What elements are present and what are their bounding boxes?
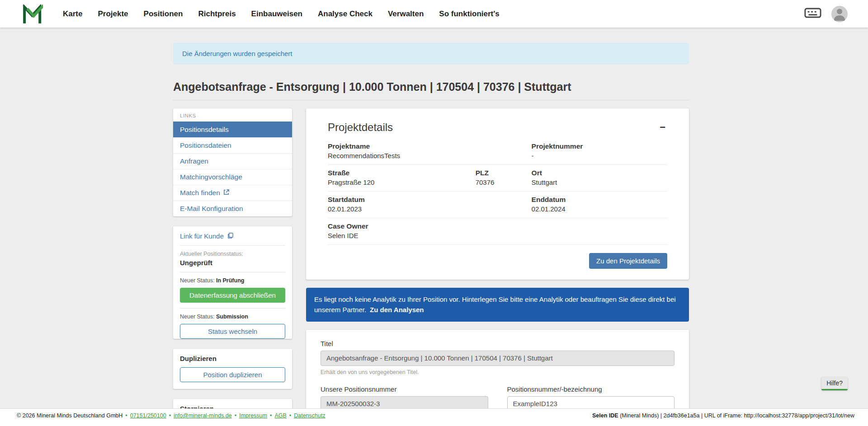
city-value: Stuttgart [532, 178, 667, 186]
duplicate-title: Duplizieren [180, 355, 285, 362]
sidebar-item-positionsdateien[interactable]: Positionsdateien [173, 137, 292, 153]
footer-separator: • [125, 412, 127, 419]
start-date-label: Startdatum [328, 196, 532, 204]
current-status-value: Ungeprüft [180, 259, 285, 272]
divider [180, 308, 285, 309]
session-user: Selen IDE [592, 412, 618, 419]
nav-item-projekte[interactable]: Projekte [98, 9, 128, 19]
nav-item-richtpreis[interactable]: Richtpreis [198, 9, 236, 19]
case-owner-label: Case Owner [328, 222, 667, 230]
position-number-label: Positionsnummer/-bezeichnung [507, 385, 675, 393]
footer-link-impressum[interactable]: Impressum [239, 412, 267, 419]
sidebar-item-label: Anfragen [180, 157, 208, 165]
end-date-value: 02.01.2024 [532, 205, 667, 213]
position-number-field: Positionsnummer/-bezeichnung Z.B. Intern… [507, 385, 675, 409]
main-navigation: Karte Projekte Positionen Richtpreis Ein… [63, 9, 500, 19]
analytics-info-banner: Es liegt noch keine Analytik zu Ihrer Po… [306, 288, 689, 322]
keyboard-icon[interactable] [804, 7, 821, 20]
our-position-number-label: Unsere Positionsnummer [321, 385, 488, 393]
left-sidebar: LINKS Positionsdetails Positionsdateien … [173, 108, 292, 408]
nav-item-karte[interactable]: Karte [63, 9, 82, 19]
save-success-alert: Die Änderungen wurden gespeichert [173, 43, 689, 64]
go-to-project-details-button[interactable]: Zu den Projektdetails [589, 253, 667, 269]
case-owner-value: Selen IDE [328, 232, 667, 239]
new-status-row-2: Neuer Status: Submission [180, 314, 285, 320]
cancel-title: Stornieren [180, 405, 285, 408]
sidebar-item-positionsdetails[interactable]: Positionsdetails [173, 122, 292, 137]
sidebar-item-label: Match finden [180, 189, 220, 197]
links-header: LINKS [173, 108, 292, 122]
new-status-row-1: Neuer Status: In Prüfung [180, 277, 285, 284]
customer-link-label: Link für Kunde [180, 232, 224, 240]
new-status-value: Submission [216, 314, 248, 320]
sidebar-item-label: Positionsdetails [180, 126, 229, 134]
street-label: Straße [328, 169, 476, 177]
duplicate-card: Duplizieren Position duplizieren [173, 349, 292, 389]
copyright-text: © 2026 Mineral Minds Deutschland GmbH [17, 412, 123, 419]
project-name-label: Projektname [328, 142, 532, 150]
go-to-analyses-link[interactable]: Zu den Analysen [370, 306, 424, 314]
help-button[interactable]: Hilfe? [821, 377, 848, 390]
title-input [321, 351, 675, 366]
sidebar-links-card: LINKS Positionsdetails Positionsdateien … [173, 108, 292, 216]
nav-item-positionen[interactable]: Positionen [144, 9, 183, 19]
project-details-title: Projektdetails [328, 121, 393, 134]
position-number-input[interactable] [507, 396, 675, 409]
navbar-right-actions [804, 6, 848, 22]
complete-data-entry-button[interactable]: Datenerfassung abschließen [180, 288, 285, 303]
nav-item-analyse-check[interactable]: Analyse Check [318, 9, 373, 19]
our-position-number-field: Unsere Positionsnummer Erhält eine syste… [321, 385, 488, 409]
plz-label: PLZ [476, 169, 532, 177]
title-field-help: Erhält den von uns vorgegebenen Titel. [321, 369, 675, 375]
plz-value: 70376 [476, 178, 532, 186]
user-avatar[interactable] [831, 6, 848, 22]
footer-link-email[interactable]: info@mineral-minds.de [174, 412, 232, 419]
main-content-area: Die Änderungen wurden gespeichert Angebo… [0, 28, 868, 408]
mineral-minds-logo-icon[interactable] [22, 5, 43, 23]
project-row-owner: Case Owner Selen IDE [328, 218, 667, 245]
top-navbar: Karte Projekte Positionen Richtpreis Ein… [0, 0, 868, 28]
footer-link-agb[interactable]: AGB [274, 412, 286, 419]
current-status-label: Aktueller Positionsstatus: [180, 251, 285, 257]
sidebar-item-match-finden[interactable]: Match finden [173, 185, 292, 201]
sidebar-item-label: Matchingvorschläge [180, 173, 242, 181]
customer-link[interactable]: Link für Kunde [180, 226, 285, 246]
nav-item-verwalten[interactable]: Verwalten [388, 9, 424, 19]
switch-status-button[interactable]: Status wechseln [180, 324, 285, 339]
footer-link-phone[interactable]: 07151/250100 [130, 412, 166, 419]
collapse-icon[interactable]: − [658, 122, 667, 132]
external-link-icon [223, 189, 229, 197]
project-row-address: Straße Pragstraße 120 PLZ 70376 Ort Stut… [328, 165, 667, 192]
sidebar-item-email-konfiguration[interactable]: E-Mail Konfiguration [173, 201, 292, 216]
start-date-value: 02.01.2023 [328, 205, 532, 213]
project-number-label: Projektnummer [532, 142, 667, 150]
our-position-number-input [321, 396, 488, 409]
city-label: Ort [532, 169, 667, 177]
sidebar-item-label: E-Mail Konfiguration [180, 205, 243, 213]
cancel-card: Stornieren Stornieren [173, 399, 292, 408]
footer-separator: • [270, 412, 272, 419]
nav-item-einbauweisen[interactable]: Einbauweisen [251, 9, 302, 19]
end-date-label: Enddatum [532, 196, 667, 204]
street-value: Pragstraße 120 [328, 178, 476, 186]
status-panel-card: Link für Kunde Aktueller Positionsstatus… [173, 226, 292, 339]
position-form-card: Titel Erhält den von uns vorgegebenen Ti… [306, 330, 689, 409]
footer-link-datenschutz[interactable]: Datenschutz [294, 412, 325, 419]
project-number-value: - [532, 152, 667, 159]
project-name-value: RecommendationsTests [328, 152, 532, 159]
sidebar-item-anfragen[interactable]: Anfragen [173, 153, 292, 169]
project-row-dates: Startdatum 02.01.2023 Enddatum 02.01.202… [328, 192, 667, 218]
nav-item-so-funktionierts[interactable]: So funktioniert's [439, 9, 499, 19]
new-status-label: Neuer Status: [180, 314, 214, 320]
new-status-value: In Prüfung [216, 277, 245, 284]
session-info: Selen IDE (Mineral Minds) | 2d4fb36e1a5a… [592, 412, 854, 419]
sidebar-item-matchingvorschlaege[interactable]: Matchingvorschläge [173, 169, 292, 185]
copy-icon [227, 232, 233, 240]
main-column: Projektdetails − Projektname Recommendat… [306, 108, 689, 408]
footer-separator: • [235, 412, 236, 419]
new-status-label: Neuer Status: [180, 277, 214, 284]
footer-separator: • [169, 412, 171, 419]
title-field-label: Titel [321, 340, 675, 347]
footer: © 2026 Mineral Minds Deutschland GmbH • … [0, 408, 868, 426]
duplicate-position-button[interactable]: Position duplizieren [180, 367, 285, 382]
